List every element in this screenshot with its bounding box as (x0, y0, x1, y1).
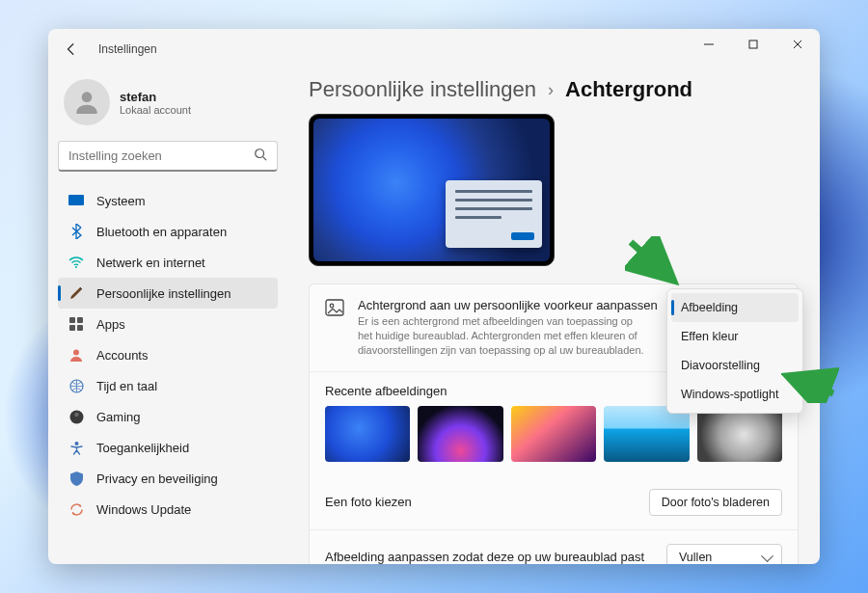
fit-select[interactable]: Vullen (666, 544, 782, 564)
fit-label: Afbeelding aanpassen zodat deze op uw bu… (325, 550, 653, 564)
nav-item-privacy[interactable]: Privacy en beveiliging (58, 463, 278, 494)
search-icon (254, 148, 267, 165)
dropdown-option-effen-kleur[interactable]: Effen kleur (671, 322, 799, 351)
recent-images-row (310, 406, 798, 475)
svg-line-21 (793, 378, 833, 393)
profile-name: stefan (120, 90, 191, 104)
annotation-arrow-bottom (781, 364, 839, 403)
breadcrumb-parent[interactable]: Persoonlijke instellingen (309, 77, 536, 102)
svg-point-13 (73, 350, 79, 356)
search-input[interactable] (68, 148, 254, 163)
svg-rect-12 (77, 325, 83, 331)
avatar (64, 79, 110, 125)
update-icon (68, 500, 85, 518)
svg-point-16 (74, 412, 78, 416)
nav-item-label: Toegankelijkheid (96, 441, 189, 455)
svg-point-17 (74, 442, 78, 445)
gaming-icon (68, 408, 85, 425)
annotation-arrow-top (625, 236, 683, 294)
bluetooth-icon (68, 223, 85, 240)
close-button[interactable] (775, 29, 820, 60)
breadcrumb-current: Achtergrond (565, 77, 692, 102)
svg-rect-7 (68, 195, 84, 205)
maximize-button[interactable] (731, 29, 775, 60)
recent-image-thumb[interactable] (325, 406, 410, 462)
svg-line-20 (631, 242, 669, 277)
nav-item-label: Bluetooth en apparaten (96, 225, 227, 239)
nav-item-label: Tijd en taal (96, 379, 157, 393)
nav-item-netwerk[interactable]: Netwerk en internet (58, 247, 278, 278)
wallpaper-preview (309, 114, 555, 266)
dropdown-option-diavoorstelling[interactable]: Diavoorstelling (671, 351, 799, 380)
nav-item-systeem[interactable]: Systeem (58, 185, 278, 216)
svg-point-4 (82, 92, 93, 102)
choose-photo-label: Een foto kiezen (325, 495, 636, 509)
nav-item-label: Persoonlijke instellingen (96, 286, 231, 301)
nav-item-label: Windows Update (96, 502, 191, 517)
nav-item-accounts[interactable]: Accounts (58, 339, 278, 370)
nav-item-apps[interactable]: Apps (58, 309, 278, 339)
person-icon (68, 346, 85, 364)
nav-item-persoonlijke[interactable]: Persoonlijke instellingen (58, 278, 278, 309)
svg-point-19 (330, 304, 334, 308)
svg-line-6 (263, 156, 267, 160)
svg-point-8 (75, 266, 77, 268)
profile-subtitle: Lokaal account (120, 104, 191, 116)
nav-item-bluetooth[interactable]: Bluetooth en apparaten (58, 216, 278, 247)
breadcrumb: Persoonlijke instellingen › Achtergrond (309, 69, 799, 114)
dropdown-option-afbeelding[interactable]: Afbeelding (671, 293, 799, 322)
window-body: stefan Lokaal account Systeem Bluetooth … (48, 69, 820, 564)
minimize-button[interactable] (687, 29, 731, 60)
recent-image-thumb[interactable] (511, 406, 596, 462)
svg-rect-1 (749, 40, 757, 48)
content-area: Persoonlijke instellingen › Achtergrond (287, 69, 820, 564)
recent-image-thumb[interactable] (418, 406, 502, 462)
dropdown-option-windows-spotlight[interactable]: Windows-spotlight (671, 380, 799, 409)
choose-photo-row: Een foto kiezen Door foto's bladeren (310, 475, 798, 530)
svg-rect-9 (69, 317, 75, 323)
nav-item-label: Accounts (96, 348, 148, 363)
recent-image-thumb[interactable] (604, 406, 689, 462)
settings-window: Instellingen stefan Lokaal account (48, 29, 820, 564)
svg-point-15 (69, 410, 83, 423)
accessibility-icon (68, 439, 85, 456)
row-description: Er is een achtergrond met afbeeldingen v… (358, 314, 647, 358)
svg-point-5 (256, 148, 264, 157)
chevron-right-icon: › (548, 80, 554, 100)
wallpaper-preview-window-mock (446, 180, 542, 248)
nav-item-label: Apps (96, 317, 125, 332)
svg-rect-10 (77, 317, 83, 323)
nav-item-update[interactable]: Windows Update (58, 494, 278, 525)
wifi-icon (68, 254, 85, 271)
picture-icon (325, 298, 344, 317)
fit-row: Afbeelding aanpassen zodat deze op uw bu… (310, 530, 798, 564)
back-button[interactable] (62, 40, 81, 59)
nav-item-tijd[interactable]: Tijd en taal (58, 370, 278, 401)
nav-list: Systeem Bluetooth en apparaten Netwerk e… (58, 185, 278, 525)
brush-icon (68, 284, 85, 302)
browse-photos-button[interactable]: Door foto's bladeren (649, 489, 782, 516)
nav-item-label: Netwerk en internet (96, 256, 205, 270)
titlebar-title: Instellingen (98, 42, 157, 56)
shield-icon (68, 470, 85, 487)
svg-rect-11 (69, 325, 75, 331)
nav-item-toegankelijkheid[interactable]: Toegankelijkheid (58, 432, 278, 463)
caption-buttons (687, 29, 820, 60)
apps-icon (68, 315, 85, 333)
titlebar: Instellingen (48, 29, 820, 69)
nav-item-label: Privacy en beveiliging (96, 472, 218, 486)
background-settings-card: Achtergrond aan uw persoonlijke voorkeur… (309, 283, 799, 564)
profile-block[interactable]: stefan Lokaal account (58, 69, 278, 141)
personalize-background-row[interactable]: Achtergrond aan uw persoonlijke voorkeur… (310, 284, 798, 372)
nav-item-gaming[interactable]: Gaming (58, 401, 278, 432)
display-icon (68, 192, 85, 209)
nav-item-label: Gaming (96, 410, 141, 424)
recent-image-thumb[interactable] (697, 406, 782, 462)
sidebar: stefan Lokaal account Systeem Bluetooth … (48, 69, 287, 564)
globe-clock-icon (68, 377, 85, 394)
search-box[interactable] (58, 141, 278, 172)
nav-item-label: Systeem (96, 194, 146, 208)
